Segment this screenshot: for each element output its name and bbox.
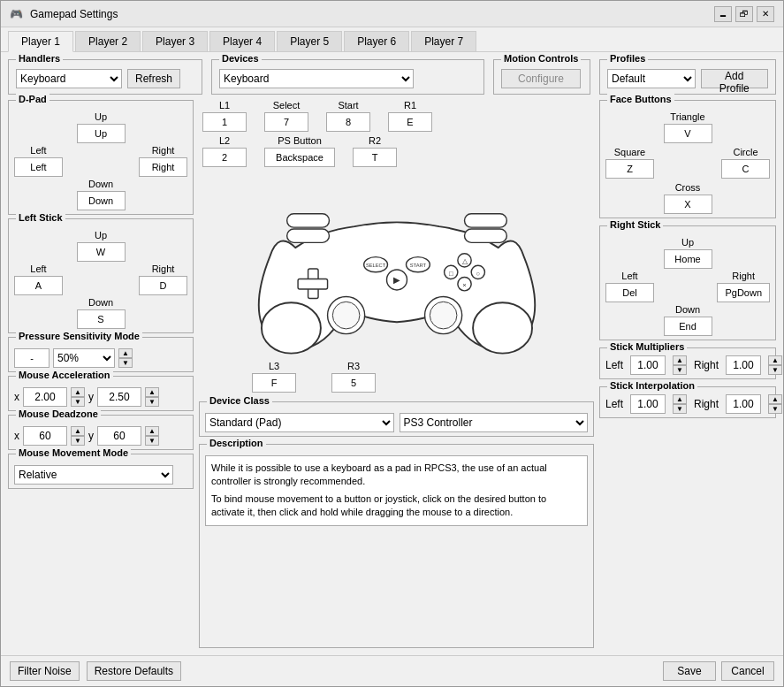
- dpad-left-button[interactable]: Left: [14, 157, 63, 177]
- rs-up-label: Up: [681, 237, 694, 248]
- si-left-down[interactable]: ▼: [673, 404, 687, 414]
- device-class-select1[interactable]: Standard (Pad): [205, 413, 394, 432]
- mouse-deadzone-x-spin: ▲ ▼: [71, 426, 85, 446]
- l1-button[interactable]: 1: [202, 112, 247, 132]
- si-left-input[interactable]: [630, 394, 666, 414]
- ls-up-button[interactable]: W: [77, 242, 126, 262]
- ls-right-button[interactable]: D: [139, 276, 187, 295]
- sm-left-spin: ▲ ▼: [673, 355, 687, 375]
- add-profile-button[interactable]: Add Profile: [701, 69, 768, 88]
- filter-noise-button[interactable]: Filter Noise: [10, 661, 80, 681]
- mouse-deadzone-y-input[interactable]: [97, 426, 141, 446]
- pressure-dash-button[interactable]: -: [14, 348, 49, 368]
- bottom-bar: Filter Noise Restore Defaults Save Cance…: [1, 655, 783, 686]
- svg-point-5: [332, 302, 360, 329]
- ls-down-button[interactable]: S: [77, 309, 126, 329]
- mouse-deadzone-y-down[interactable]: ▼: [145, 436, 159, 446]
- restore-defaults-button[interactable]: Restore Defaults: [87, 661, 181, 681]
- pressure-section: Pressure Sensitivity Mode - 50% ▲ ▼: [8, 337, 194, 372]
- si-right-input[interactable]: [726, 394, 761, 414]
- player-tabs: Player 1 Player 2 Player 3 Player 4 Play…: [1, 27, 783, 52]
- configure-button[interactable]: Configure: [501, 69, 581, 88]
- handlers-select[interactable]: Keyboard: [16, 69, 122, 88]
- r2-button[interactable]: T: [353, 148, 397, 167]
- minimize-button[interactable]: 🗕: [714, 6, 732, 22]
- restore-button[interactable]: 🗗: [735, 6, 753, 22]
- ls-up-label: Up: [95, 230, 107, 240]
- pressure-down-btn[interactable]: ▼: [118, 358, 133, 368]
- ps-button[interactable]: Backspace: [264, 148, 335, 167]
- start-button[interactable]: 8: [326, 112, 370, 132]
- pressure-label: Pressure Sensitivity Mode: [16, 331, 142, 341]
- mouse-accel-x-down[interactable]: ▼: [71, 397, 85, 407]
- sm-right-down[interactable]: ▼: [768, 365, 782, 375]
- l2-button[interactable]: 2: [202, 148, 247, 167]
- mouse-accel-y-down[interactable]: ▼: [145, 397, 159, 407]
- sm-left-input[interactable]: [630, 355, 666, 375]
- dpad-down-button[interactable]: Down: [77, 191, 126, 210]
- mouse-accel-x-up[interactable]: ▲: [71, 387, 85, 397]
- rs-up-button[interactable]: Home: [664, 249, 712, 269]
- si-right-up[interactable]: ▲: [768, 394, 782, 404]
- mouse-accel-label: Mouse Acceleration: [16, 370, 113, 380]
- tab-player5[interactable]: Player 5: [277, 31, 342, 51]
- tab-player4[interactable]: Player 4: [209, 31, 275, 51]
- devices-select[interactable]: Keyboard: [219, 69, 414, 88]
- tab-player2[interactable]: Player 2: [75, 31, 141, 51]
- close-button[interactable]: ✕: [757, 6, 774, 22]
- r1-button[interactable]: E: [388, 112, 432, 132]
- mouse-movement-select[interactable]: RelativeAbsolute: [14, 465, 173, 485]
- sm-right-up[interactable]: ▲: [768, 355, 782, 365]
- pressure-spin: ▲ ▼: [118, 348, 133, 368]
- rs-right-button[interactable]: PgDown: [717, 283, 770, 302]
- triangle-button[interactable]: V: [664, 124, 712, 143]
- pressure-percent-select[interactable]: 50%: [53, 348, 115, 368]
- rs-left-label: Left: [621, 271, 637, 281]
- ls-left-button[interactable]: A: [14, 276, 63, 295]
- select-button[interactable]: 7: [264, 112, 308, 132]
- mouse-accel-y-up[interactable]: ▲: [145, 387, 159, 397]
- rs-down-button[interactable]: End: [664, 317, 712, 336]
- devices-section: Devices Keyboard: [211, 59, 484, 95]
- device-class-select2[interactable]: PS3 Controller: [400, 413, 589, 432]
- dpad-up-button[interactable]: Up: [77, 124, 126, 143]
- face-buttons-label: Face Buttons: [607, 94, 674, 104]
- gamepad-settings-window: 🎮 Gamepad Settings 🗕 🗗 ✕ Player 1 Player…: [0, 0, 784, 687]
- profiles-select[interactable]: Default: [607, 69, 696, 88]
- tab-player1[interactable]: Player 1: [8, 31, 73, 52]
- si-left-up[interactable]: ▲: [673, 394, 687, 404]
- rs-right-label: Right: [732, 271, 755, 281]
- rs-left-button[interactable]: Del: [605, 283, 654, 302]
- mouse-deadzone-x-down[interactable]: ▼: [71, 436, 85, 446]
- tab-player6[interactable]: Player 6: [344, 31, 409, 51]
- r3-button[interactable]: 5: [331, 373, 376, 393]
- mouse-deadzone-label: Mouse Deadzone: [16, 408, 101, 419]
- refresh-button[interactable]: Refresh: [127, 69, 180, 88]
- si-right-down[interactable]: ▼: [768, 404, 782, 414]
- sm-left-down[interactable]: ▼: [673, 365, 687, 375]
- l3-button[interactable]: F: [252, 373, 296, 393]
- cancel-button[interactable]: Cancel: [721, 661, 774, 681]
- square-button[interactable]: Z: [605, 159, 654, 179]
- dpad-right-button[interactable]: Right: [139, 157, 187, 177]
- sm-right-input[interactable]: [726, 355, 761, 375]
- tab-player7[interactable]: Player 7: [411, 31, 476, 51]
- handlers-label: Handlers: [16, 53, 63, 64]
- pressure-up-btn[interactable]: ▲: [118, 348, 133, 358]
- mouse-accel-y-input[interactable]: [97, 387, 141, 407]
- select-label: Select: [273, 100, 301, 111]
- mouse-deadzone-x-up[interactable]: ▲: [71, 426, 85, 436]
- cross-button[interactable]: X: [664, 195, 712, 214]
- mouse-deadzone-x-input[interactable]: [23, 426, 67, 446]
- square-label: Square: [614, 147, 645, 157]
- circle-button[interactable]: C: [721, 159, 770, 179]
- svg-text:×: ×: [462, 281, 466, 289]
- mouse-deadzone-y-up[interactable]: ▲: [145, 426, 159, 436]
- sm-left-up[interactable]: ▲: [673, 355, 687, 365]
- center-panel: L1 1 Select 7 Start 8: [199, 100, 594, 648]
- mouse-accel-x-input[interactable]: [23, 387, 67, 407]
- r3-label: R3: [347, 361, 360, 371]
- right-stick-label: Right Stick: [607, 219, 663, 230]
- save-button[interactable]: Save: [663, 661, 716, 681]
- tab-player3[interactable]: Player 3: [142, 31, 208, 51]
